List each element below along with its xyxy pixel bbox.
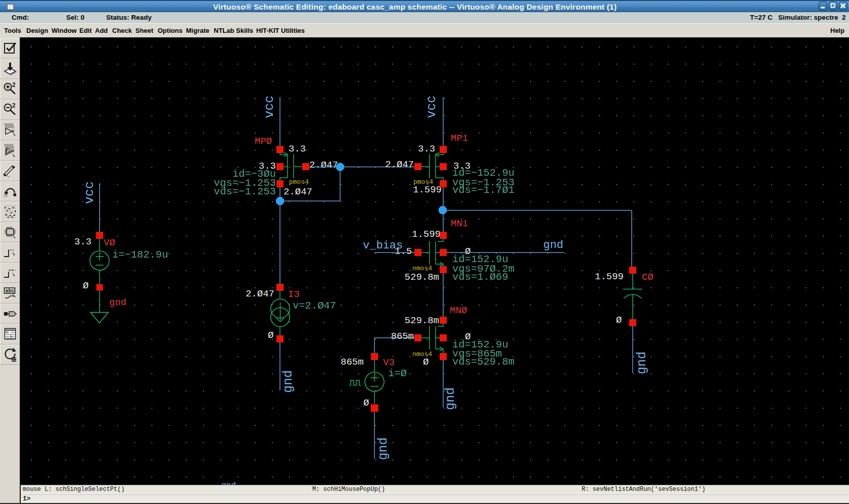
svg-text:Ø: Ø — [268, 330, 273, 341]
svg-text:vds=1.Ø69: vds=1.Ø69 — [452, 271, 508, 283]
svg-text:2.Ø47: 2.Ø47 — [284, 186, 312, 197]
svg-text:2.Ø47: 2.Ø47 — [309, 160, 338, 171]
svg-text:gnd: gnd — [635, 351, 649, 374]
svg-text:2: 2 — [12, 81, 16, 88]
svg-text:i=−182.9u: i=−182.9u — [112, 249, 168, 261]
svg-text:vcc: vcc — [262, 95, 277, 118]
svg-text:Ø: Ø — [83, 280, 88, 291]
svg-text:1.599: 1.599 — [413, 184, 442, 195]
svg-text:3.3: 3.3 — [289, 143, 306, 155]
svg-text:Ø: Ø — [423, 357, 429, 368]
svg-text:865m: 865m — [391, 331, 414, 342]
svg-text:vcc: vcc — [424, 95, 439, 118]
svg-text:gnd: gnd — [109, 297, 126, 308]
svg-text:2.Ø47: 2.Ø47 — [385, 159, 414, 170]
svg-text:1.599: 1.599 — [595, 271, 624, 282]
svg-text:MNØ: MNØ — [450, 305, 467, 316]
svg-text:vds=529.8m: vds=529.8m — [452, 356, 514, 368]
svg-text:865m: 865m — [341, 357, 364, 368]
svg-text:abc: abc — [5, 288, 14, 294]
svg-text:I3: I3 — [288, 289, 300, 300]
svg-text:V3: V3 — [383, 357, 395, 368]
svg-text:3.3: 3.3 — [74, 236, 91, 247]
svg-text:3.3: 3.3 — [418, 143, 435, 155]
svg-text:Ø: Ø — [616, 315, 622, 326]
svg-text:gnd: gnd — [281, 370, 296, 393]
svg-text:nmos4: nmos4 — [412, 265, 432, 272]
svg-text:vcc: vcc — [82, 181, 97, 204]
svg-text:i=Ø: i=Ø — [388, 368, 407, 379]
svg-text:pmos4: pmos4 — [289, 178, 309, 186]
svg-text:nmos4: nmos4 — [412, 350, 432, 358]
svg-text:vds=−1.7Ø1: vds=−1.7Ø1 — [452, 184, 514, 196]
svg-text:gnd: gnd — [376, 437, 391, 460]
svg-text:MPØ: MPØ — [255, 136, 272, 147]
svg-text:MN1: MN1 — [451, 218, 468, 229]
svg-text:2: 2 — [12, 102, 16, 109]
svg-text:v=2.Ø47: v=2.Ø47 — [293, 300, 336, 312]
svg-text:gnd: gnd — [221, 481, 236, 485]
svg-text:vds=−1.253: vds=−1.253 — [214, 186, 276, 197]
svg-text:529.8m: 529.8m — [405, 272, 439, 283]
svg-text:CØ: CØ — [642, 272, 653, 283]
svg-text:1.5: 1.5 — [395, 246, 412, 257]
svg-text:2.Ø47: 2.Ø47 — [246, 288, 274, 299]
svg-text:gnd: gnd — [543, 239, 563, 251]
svg-text:529.8m: 529.8m — [405, 315, 439, 326]
svg-text:1.599: 1.599 — [412, 229, 441, 240]
svg-text:Ø: Ø — [363, 397, 369, 409]
svg-text:VØ: VØ — [104, 237, 115, 248]
svg-text:gnd: gnd — [443, 387, 458, 410]
svg-text:MP1: MP1 — [451, 133, 468, 144]
